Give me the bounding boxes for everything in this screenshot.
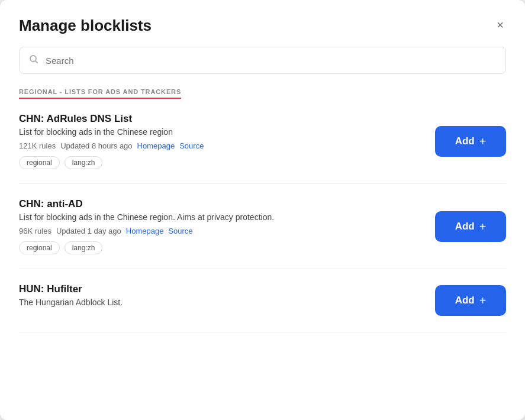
add-button[interactable]: Add + [435,285,506,316]
blocklist-item: CHN: anti-AD List for blocking ads in th… [19,184,506,269]
item-title: HUN: Hufilter [19,283,423,295]
tag-lang-zh: lang:zh [65,241,103,254]
item-meta: 121K rules Updated 8 hours ago Homepage … [19,141,423,150]
section-label: REGIONAL - LISTS FOR ADS AND TRACKERS [0,74,525,99]
item-homepage-link[interactable]: Homepage [137,141,175,150]
search-input[interactable] [46,56,496,66]
item-tags: regional lang:zh [19,241,423,254]
item-homepage-link[interactable]: Homepage [126,227,164,235]
item-updated: Updated 1 day ago [56,227,121,235]
item-meta: 96K rules Updated 1 day ago Homepage Sou… [19,227,423,235]
item-source-link[interactable]: Source [168,227,192,235]
tag-regional: regional [19,156,60,169]
tag-lang-zh: lang:zh [65,156,103,169]
add-plus-icon: + [479,295,487,306]
item-content: HUN: Hufilter The Hungarian Adblock List… [19,283,423,318]
blocklist-item: CHN: AdRules DNS List List for blocking … [19,99,506,184]
add-plus-icon: + [479,135,487,147]
blocklist-list: CHN: AdRules DNS List List for blocking … [0,99,525,406]
item-rules: 96K rules [19,227,51,235]
close-button[interactable]: × [494,17,506,33]
add-button[interactable]: Add + [435,126,506,157]
item-tags: regional lang:zh [19,156,423,169]
item-description: The Hungarian Adblock List. [19,298,423,307]
item-description: List for blocking ads in the Chinese reg… [19,212,423,222]
item-description: List for blocking ads in the Chinese reg… [19,127,423,137]
item-content: CHN: AdRules DNS List List for blocking … [19,113,423,169]
blocklist-item: HUN: Hufilter The Hungarian Adblock List… [19,269,506,332]
manage-blocklists-modal: Manage blocklists × REGIONAL - LISTS FOR… [0,0,525,420]
section-label-text: REGIONAL - LISTS FOR ADS AND TRACKERS [19,88,181,99]
item-content: CHN: anti-AD List for blocking ads in th… [19,198,423,254]
search-container [0,35,525,74]
item-rules: 121K rules [19,141,56,150]
add-label: Add [455,135,475,147]
search-icon [29,54,38,66]
modal-header: Manage blocklists × [0,0,525,35]
svg-line-1 [36,61,37,63]
add-button[interactable]: Add + [435,211,506,242]
add-plus-icon: + [479,221,487,232]
item-source-link[interactable]: Source [179,141,204,150]
add-label: Add [455,221,475,232]
item-title: CHN: AdRules DNS List [19,113,423,125]
item-title: CHN: anti-AD [19,198,423,210]
tag-regional: regional [19,241,60,254]
search-box [19,47,506,74]
modal-title: Manage blocklists [19,17,152,35]
item-updated: Updated 8 hours ago [60,141,132,150]
add-label: Add [455,295,475,306]
